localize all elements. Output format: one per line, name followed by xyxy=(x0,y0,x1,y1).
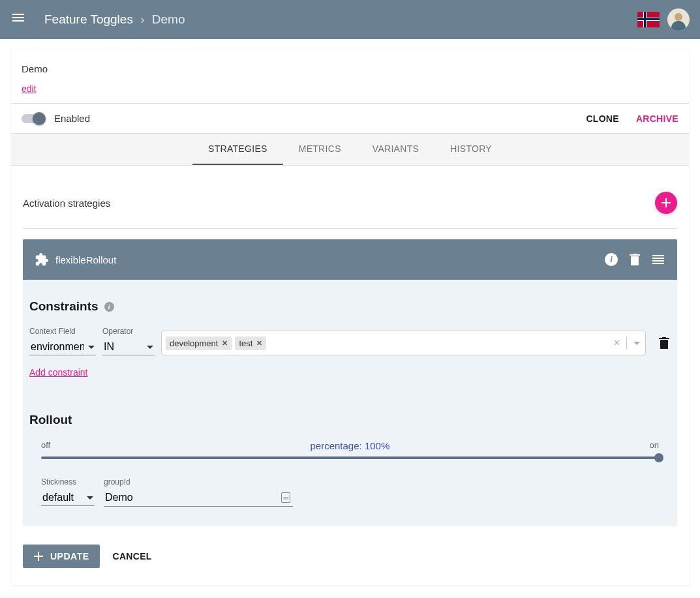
archive-button[interactable]: ARCHIVE xyxy=(636,113,678,124)
strategy-drag-handle[interactable] xyxy=(651,252,665,267)
locale-flag-icon[interactable] xyxy=(637,12,660,27)
slider-thumb[interactable] xyxy=(654,453,663,462)
chip-remove-icon[interactable]: ✕ xyxy=(222,339,228,348)
enabled-toggle[interactable] xyxy=(22,114,44,123)
constraint-row: Context Field environment Operator xyxy=(29,327,671,355)
strategies-section-head: Activation strategies xyxy=(23,181,677,229)
tab-history[interactable]: HISTORY xyxy=(434,134,508,165)
chip-test: test ✕ xyxy=(235,336,266,350)
groupid-input[interactable] xyxy=(104,489,293,507)
clone-button[interactable]: CLONE xyxy=(586,113,619,124)
breadcrumb-sub: Demo xyxy=(152,12,185,26)
breadcrumb: Feature Toggles › Demo xyxy=(44,12,185,27)
constraints-title: Constraints i xyxy=(29,299,671,314)
strategy-info-button[interactable]: i xyxy=(604,252,618,267)
add-constraint-link[interactable]: Add constraint xyxy=(29,367,88,378)
tab-metrics[interactable]: METRICS xyxy=(283,134,357,165)
contact-card-icon: ▭ xyxy=(281,492,290,503)
user-avatar[interactable] xyxy=(667,8,690,31)
constraint-delete-button[interactable] xyxy=(659,337,671,350)
cancel-button[interactable]: CANCEL xyxy=(113,551,152,561)
stickiness-select[interactable]: default xyxy=(41,489,95,506)
feature-title: Demo xyxy=(22,63,678,74)
strategy-header: flexibleRollout i xyxy=(23,239,677,280)
chip-remove-icon[interactable]: ✕ xyxy=(256,339,262,348)
svg-rect-12 xyxy=(660,340,668,349)
context-field-select[interactable]: environment xyxy=(29,338,96,355)
svg-point-0 xyxy=(675,13,682,21)
topbar: Feature Toggles › Demo xyxy=(0,0,700,39)
tab-strategies[interactable]: STRATEGIES xyxy=(192,134,283,165)
strategy-name: flexibleRollout xyxy=(55,254,116,265)
enable-row: Enabled CLONE ARCHIVE xyxy=(11,104,689,134)
rollout-title: Rollout xyxy=(29,413,671,427)
slider-off-label: off xyxy=(41,440,50,451)
clear-values-icon[interactable]: × xyxy=(614,337,620,349)
edit-link[interactable]: edit xyxy=(22,83,37,94)
svg-rect-14 xyxy=(662,337,666,338)
chip-development: development ✕ xyxy=(166,336,232,350)
svg-rect-10 xyxy=(652,260,664,262)
groupid-label: groupId xyxy=(104,477,293,486)
svg-rect-16 xyxy=(34,556,43,557)
svg-rect-7 xyxy=(633,254,637,254)
svg-rect-8 xyxy=(652,255,664,256)
menu-icon[interactable] xyxy=(10,12,26,27)
update-button[interactable]: UPDATE xyxy=(23,545,100,568)
tabs: STRATEGIES METRICS VARIANTS HISTORY xyxy=(11,134,689,166)
operator-select[interactable]: IN xyxy=(102,338,155,355)
svg-rect-5 xyxy=(631,256,639,265)
breadcrumb-main[interactable]: Feature Toggles xyxy=(44,12,133,26)
strategy-delete-button[interactable] xyxy=(628,252,642,267)
add-strategy-button[interactable] xyxy=(655,192,677,214)
context-field-label: Context Field xyxy=(29,327,96,336)
tab-variants[interactable]: VARIANTS xyxy=(357,134,434,165)
rollout-slider[interactable] xyxy=(41,456,659,459)
svg-rect-6 xyxy=(630,254,640,256)
svg-rect-13 xyxy=(659,338,669,339)
percentage-label: percentage: 100% xyxy=(50,440,649,451)
values-multiselect[interactable]: development ✕ test ✕ × xyxy=(161,331,646,355)
slider-on-label: on xyxy=(650,440,659,451)
puzzle-icon xyxy=(35,252,49,267)
strategy-card: flexibleRollout i Constraints xyxy=(23,239,677,526)
enabled-label: Enabled xyxy=(54,113,90,124)
svg-rect-4 xyxy=(662,202,671,203)
feature-header: Demo edit xyxy=(11,49,689,104)
svg-point-1 xyxy=(671,21,686,31)
svg-rect-11 xyxy=(652,263,664,264)
operator-label: Operator xyxy=(102,327,155,336)
stickiness-label: Stickiness xyxy=(41,477,95,486)
dropdown-icon[interactable] xyxy=(633,342,640,345)
info-icon[interactable]: i xyxy=(104,302,114,312)
svg-rect-9 xyxy=(652,258,664,259)
breadcrumb-sep: › xyxy=(140,12,144,26)
strategies-title: Activation strategies xyxy=(23,198,110,209)
